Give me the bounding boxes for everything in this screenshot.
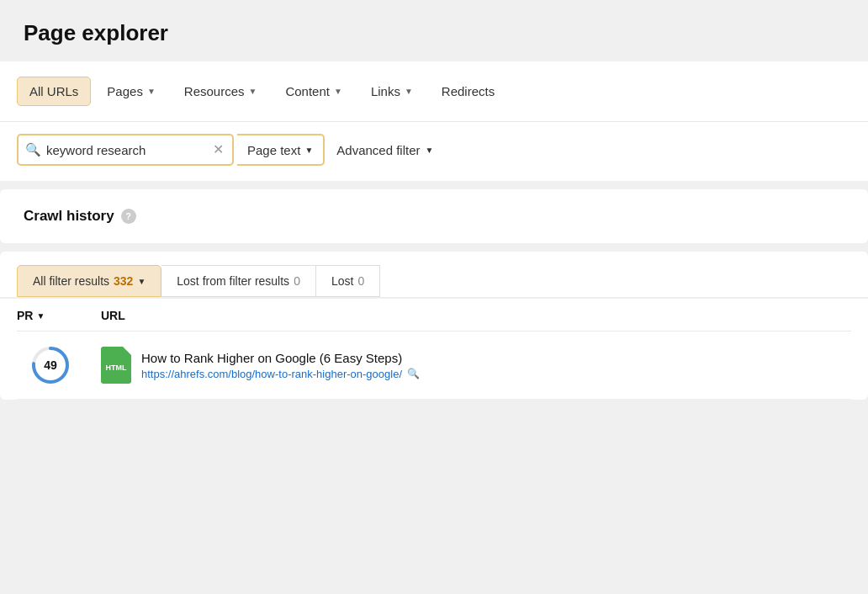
result-tab-all-label: All filter results bbox=[33, 274, 109, 288]
chevron-down-icon: ▼ bbox=[426, 146, 434, 155]
chevron-down-icon: ▼ bbox=[249, 87, 257, 96]
col-pr-header[interactable]: PR ▼ bbox=[17, 309, 84, 322]
results-card: All filter results 332 ▼ Lost from filte… bbox=[0, 252, 868, 400]
page-text-label: Page text bbox=[247, 143, 300, 157]
filter-row: 🔍 ✕ Page text ▼ Advanced filter ▼ bbox=[0, 122, 868, 181]
url-link[interactable]: https://ahrefs.com/blog/how-to-rank-high… bbox=[141, 368, 402, 380]
tab-links[interactable]: Links ▼ bbox=[358, 77, 426, 106]
page-text-dropdown[interactable]: Page text ▼ bbox=[237, 134, 325, 166]
table-section: PR ▼ URL 49 bbox=[0, 297, 868, 400]
html-label: HTML bbox=[106, 363, 127, 372]
url-info: How to Rank Higher on Google (6 Easy Ste… bbox=[141, 351, 420, 380]
crawl-history-card: Crawl history ? bbox=[0, 189, 868, 243]
search-input[interactable] bbox=[46, 143, 206, 157]
top-section: All URLs Pages ▼ Resources ▼ Content ▼ L… bbox=[0, 61, 868, 181]
search-url-icon[interactable]: 🔍 bbox=[407, 368, 420, 379]
chevron-down-icon: ▼ bbox=[137, 277, 146, 286]
page-title-section: Page explorer bbox=[0, 0, 868, 61]
result-tab-all-count: 332 bbox=[114, 274, 133, 288]
row-content: HTML How to Rank Higher on Google (6 Eas… bbox=[101, 347, 851, 384]
tab-content[interactable]: Content ▼ bbox=[273, 77, 354, 106]
help-icon[interactable]: ? bbox=[121, 209, 136, 224]
result-tab-lost-from-filter[interactable]: Lost from filter results 0 bbox=[161, 265, 316, 297]
crawl-history-title: Crawl history ? bbox=[24, 208, 844, 225]
page-title: Page explorer bbox=[24, 20, 844, 46]
pr-circle: 49 bbox=[29, 343, 72, 387]
result-tab-lost-from-filter-label: Lost from filter results bbox=[177, 274, 289, 288]
tab-redirects-label: Redirects bbox=[442, 84, 495, 98]
search-group: 🔍 ✕ bbox=[17, 134, 234, 166]
tab-pages[interactable]: Pages ▼ bbox=[94, 77, 167, 106]
file-type-icon: HTML bbox=[101, 347, 131, 384]
search-icon: 🔍 bbox=[25, 142, 41, 157]
clear-search-button[interactable]: ✕ bbox=[211, 143, 225, 156]
col-url-label: URL bbox=[101, 309, 125, 322]
tab-all-urls[interactable]: All URLs bbox=[17, 77, 91, 106]
results-tabs-row: All filter results 332 ▼ Lost from filte… bbox=[0, 252, 868, 297]
result-tab-lost[interactable]: Lost 0 bbox=[316, 265, 380, 297]
table-row: 49 HTML How to Rank Higher on Google (6 … bbox=[17, 331, 851, 400]
pr-circle-wrapper: 49 bbox=[17, 343, 84, 387]
sort-icon: ▼ bbox=[36, 311, 45, 321]
table-header: PR ▼ URL bbox=[17, 299, 851, 331]
result-tab-lost-count: 0 bbox=[357, 274, 364, 288]
url-link-row: https://ahrefs.com/blog/how-to-rank-high… bbox=[141, 368, 420, 380]
result-tab-lost-label: Lost bbox=[331, 274, 353, 288]
url-title: How to Rank Higher on Google (6 Easy Ste… bbox=[141, 351, 420, 365]
chevron-down-icon: ▼ bbox=[334, 87, 342, 96]
tab-pages-label: Pages bbox=[107, 84, 143, 98]
result-tab-lost-from-filter-count: 0 bbox=[294, 274, 300, 288]
col-pr-label: PR bbox=[17, 309, 33, 322]
tab-redirects[interactable]: Redirects bbox=[429, 77, 507, 106]
tab-content-label: Content bbox=[285, 84, 330, 98]
col-url-header: URL bbox=[101, 309, 851, 322]
crawl-history-label: Crawl history bbox=[24, 208, 114, 225]
tab-links-label: Links bbox=[371, 84, 400, 98]
pr-value: 49 bbox=[44, 358, 57, 372]
tab-resources-label: Resources bbox=[184, 84, 245, 98]
chevron-down-icon: ▼ bbox=[304, 146, 313, 155]
advanced-filter-label: Advanced filter bbox=[336, 143, 420, 157]
chevron-down-icon: ▼ bbox=[405, 87, 413, 96]
chevron-down-icon: ▼ bbox=[147, 87, 156, 96]
tab-all-urls-label: All URLs bbox=[29, 84, 78, 98]
tabs-card: All URLs Pages ▼ Resources ▼ Content ▼ L… bbox=[0, 61, 868, 122]
advanced-filter-button[interactable]: Advanced filter ▼ bbox=[330, 134, 440, 166]
tabs-row: All URLs Pages ▼ Resources ▼ Content ▼ L… bbox=[17, 77, 851, 106]
tab-resources[interactable]: Resources ▼ bbox=[172, 77, 270, 106]
result-tab-all[interactable]: All filter results 332 ▼ bbox=[17, 265, 161, 297]
